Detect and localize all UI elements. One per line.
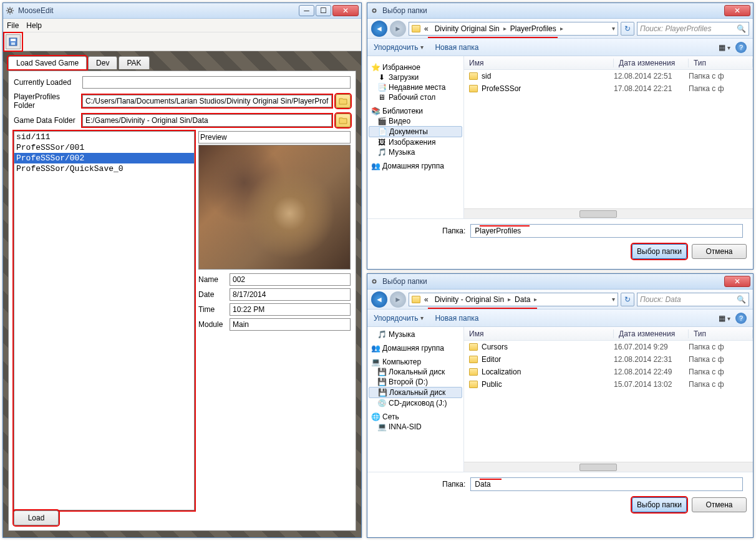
save-list-item[interactable]: ProfeSSSor/QuickSave_0	[14, 163, 194, 174]
gear-icon	[6, 6, 14, 15]
dialog1-search[interactable]: Поиск: PlayerProfiles🔍	[637, 22, 749, 36]
tree-localdisk2[interactable]: Локальный диск	[389, 388, 445, 397]
select-folder-button[interactable]: Выбор папки	[632, 497, 687, 512]
col-name[interactable]: Имя	[464, 59, 614, 67]
bc-root[interactable]: «	[422, 295, 431, 304]
save-list[interactable]: sid/111ProfeSSSor/001ProfeSSSor/002Profe…	[14, 131, 195, 510]
chevron-down-icon[interactable]: ▾	[612, 25, 615, 32]
dialog1-items[interactable]: sid12.08.2014 22:51Папка с фProfeSSSor17…	[464, 70, 753, 208]
detail-name-input[interactable]	[230, 273, 351, 286]
menu-file[interactable]: File	[7, 21, 19, 30]
list-item[interactable]: Public15.07.2014 13:02Папка с ф	[464, 378, 753, 391]
tree-second-d[interactable]: Второй (D:)	[389, 378, 428, 386]
dialog2-search[interactable]: Поиск: Data🔍	[637, 293, 749, 306]
search-placeholder: Поиск: PlayerProfiles	[640, 24, 711, 33]
dialog2-close-button[interactable]: ✕	[724, 276, 750, 287]
save-list-item[interactable]: sid/111	[14, 132, 194, 142]
tree-network[interactable]: Сеть	[382, 412, 399, 421]
back-button[interactable]: ◄	[371, 21, 387, 37]
bc-seg2[interactable]: PlayerProfiles	[508, 24, 559, 33]
list-item[interactable]: sid12.08.2014 22:51Папка с ф	[464, 70, 753, 82]
tree-inna-sid[interactable]: INNA-SID	[389, 422, 422, 431]
tree-favorites[interactable]: Избранное	[382, 63, 420, 72]
new-folder-button[interactable]: Новая папка	[435, 314, 478, 323]
help-button[interactable]: ?	[735, 313, 747, 324]
view-button[interactable]: ▦ ▾	[719, 43, 730, 52]
col-date[interactable]: Дата изменения	[614, 329, 689, 338]
dialog1-close-button[interactable]: ✕	[724, 5, 750, 16]
menubar: File Help	[3, 19, 361, 32]
tab-dev[interactable]: Dev	[88, 56, 117, 69]
close-button[interactable]: ✕	[332, 5, 359, 16]
back-button[interactable]: ◄	[371, 291, 387, 308]
tree-desktop[interactable]: Рабочий стол	[389, 93, 435, 102]
tab-pak[interactable]: PAK	[119, 56, 149, 69]
detail-module-input[interactable]	[230, 318, 351, 331]
detail-date-input[interactable]	[230, 288, 351, 301]
forward-button[interactable]: ►	[390, 21, 406, 37]
tree-libraries[interactable]: Библиотеки	[382, 107, 423, 115]
dialog2-tree[interactable]: 🎵Музыка 👥Домашняя группа 💻Компьютер 💾Лок…	[367, 327, 464, 472]
tree-homegroup[interactable]: Домашняя группа	[382, 344, 444, 353]
col-type[interactable]: Тип	[689, 329, 753, 338]
tree-homegroup[interactable]: Домашняя группа	[382, 162, 444, 170]
cancel-button[interactable]: Отмена	[692, 244, 747, 259]
organize-button[interactable]: Упорядочить ▾	[374, 314, 424, 323]
list-item[interactable]: ProfeSSSor17.08.2014 22:21Папка с ф	[464, 82, 753, 95]
tree-recent[interactable]: Недавние места	[389, 83, 445, 92]
list-item[interactable]: Localization12.08.2014 22:49Папка с ф	[464, 366, 753, 378]
gear-icon	[370, 6, 379, 15]
load-button[interactable]: Load	[14, 510, 59, 525]
organize-button[interactable]: Упорядочить ▾	[374, 43, 424, 52]
tree-video[interactable]: Видео	[389, 117, 410, 125]
bc-seg1[interactable]: Divinity Original Sin	[432, 24, 502, 33]
horizontal-scrollbar[interactable]	[464, 462, 753, 472]
select-folder-button[interactable]: Выбор папки	[632, 244, 687, 259]
dialog2-list: Имя Дата изменения Тип Cursors16.07.2014…	[464, 327, 753, 472]
refresh-button[interactable]: ↻	[621, 293, 634, 306]
col-type[interactable]: Тип	[689, 59, 753, 67]
minimize-button[interactable]: ─	[299, 5, 314, 16]
view-button[interactable]: ▦ ▾	[719, 314, 730, 323]
list-item[interactable]: Editor12.08.2014 22:31Папка с ф	[464, 353, 753, 366]
game-data-input[interactable]	[82, 114, 332, 127]
new-folder-button[interactable]: Новая папка	[435, 43, 478, 52]
browse-player-profiles-button[interactable]	[336, 94, 351, 108]
tree-cd[interactable]: CD-дисковод (J:)	[389, 399, 447, 407]
tree-music[interactable]: Музыка	[389, 148, 415, 157]
tree-images[interactable]: Изображения	[389, 138, 435, 147]
chevron-down-icon[interactable]: ▾	[612, 296, 615, 303]
menu-help[interactable]: Help	[26, 21, 42, 30]
browse-game-data-button[interactable]	[336, 114, 351, 127]
load-panel: Currently Loaded PlayerProfiles Folder G…	[8, 71, 356, 531]
save-list-item[interactable]: ProfeSSSor/001	[14, 142, 194, 153]
dialog2-breadcrumb[interactable]: « Divinity - Original Sin▸ Data▸ ▾	[409, 293, 618, 306]
tree-computer[interactable]: Компьютер	[382, 358, 421, 366]
save-button[interactable]	[6, 34, 21, 49]
tree-downloads[interactable]: Загрузки	[389, 73, 419, 82]
list-item[interactable]: Cursors16.07.2014 9:29Папка с ф	[464, 341, 753, 353]
help-button[interactable]: ?	[735, 42, 747, 53]
currently-loaded-input[interactable]	[82, 76, 351, 89]
tree-music[interactable]: Музыка	[389, 330, 415, 339]
horizontal-scrollbar[interactable]	[464, 208, 753, 218]
detail-time-input[interactable]	[230, 303, 351, 316]
refresh-button[interactable]: ↻	[621, 22, 634, 36]
bc-seg2[interactable]: Data	[512, 295, 533, 304]
folder-input[interactable]	[470, 477, 743, 491]
bc-root[interactable]: «	[422, 24, 431, 33]
col-date[interactable]: Дата изменения	[614, 59, 689, 67]
tree-localdisk[interactable]: Локальный диск	[389, 368, 445, 376]
bc-seg1[interactable]: Divinity - Original Sin	[432, 295, 506, 304]
tree-documents[interactable]: Документы	[389, 127, 428, 136]
player-profiles-input[interactable]	[82, 95, 332, 107]
col-name[interactable]: Имя	[464, 329, 614, 338]
save-list-item[interactable]: ProfeSSSor/002	[14, 153, 194, 163]
dialog1-breadcrumb[interactable]: « Divinity Original Sin▸ PlayerProfiles▸…	[409, 22, 618, 36]
maximize-button[interactable]: ☐	[316, 5, 331, 16]
tab-load-saved-game[interactable]: Load Saved Game	[8, 56, 87, 69]
dialog2-items[interactable]: Cursors16.07.2014 9:29Папка с фEditor12.…	[464, 341, 753, 462]
forward-button[interactable]: ►	[390, 291, 406, 308]
dialog1-tree[interactable]: ⭐Избранное ⬇Загрузки 📑Недавние места 🖥Ра…	[367, 56, 464, 218]
cancel-button[interactable]: Отмена	[692, 497, 747, 512]
